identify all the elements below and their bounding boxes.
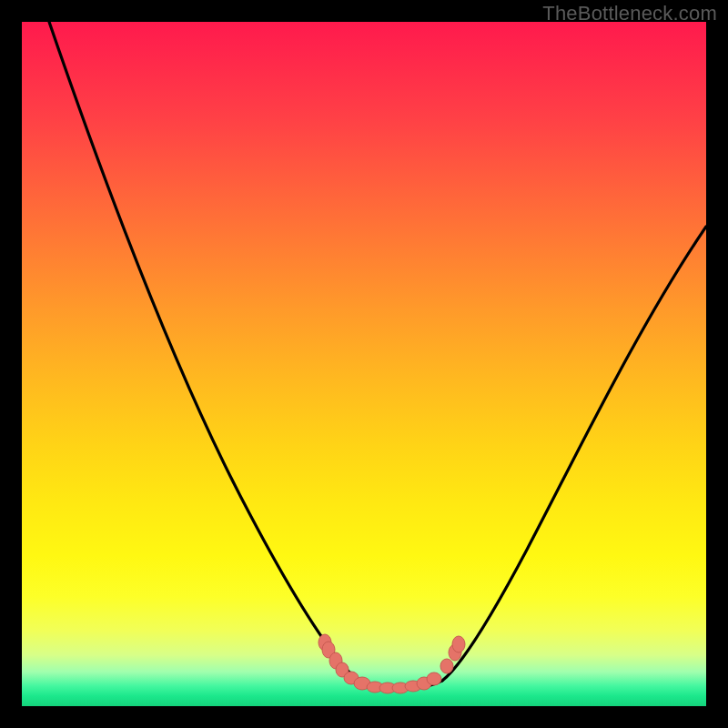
marker-dot (427, 672, 441, 685)
marker-dot (452, 636, 465, 652)
outer-frame: TheBottleneck.com (0, 0, 728, 728)
curve-overlay (22, 22, 706, 706)
left-curve (49, 22, 372, 686)
plot-area (22, 22, 706, 706)
right-curve (442, 227, 706, 681)
marker-dot (440, 659, 453, 673)
watermark-text: TheBottleneck.com (542, 2, 717, 25)
marker-group (318, 634, 465, 693)
